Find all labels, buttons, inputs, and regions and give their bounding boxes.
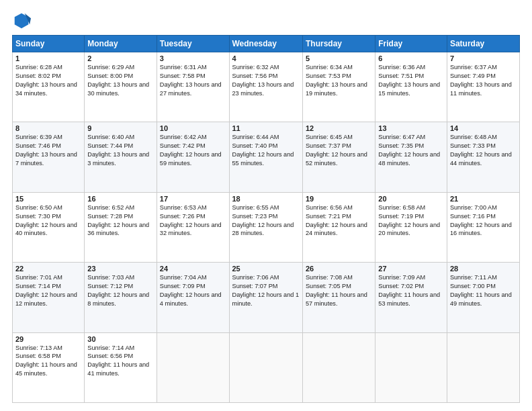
day-number: 18 [232, 195, 300, 203]
day-cell: 14Sunrise: 6:48 AMSunset: 7:33 PMDayligh… [447, 122, 519, 192]
day-cell: 5Sunrise: 6:34 AMSunset: 7:53 PMDaylight… [302, 52, 375, 122]
day-cell: 27Sunrise: 7:09 AMSunset: 7:02 PMDayligh… [375, 263, 447, 332]
day-number: 28 [450, 265, 517, 273]
day-info: Sunrise: 6:42 AMSunset: 7:42 PMDaylight:… [160, 133, 226, 168]
day-cell: 1Sunrise: 6:28 AMSunset: 8:02 PMDaylight… [13, 52, 85, 122]
day-cell: 23Sunrise: 7:03 AMSunset: 7:12 PMDayligh… [85, 263, 157, 332]
day-number: 5 [306, 54, 372, 62]
day-cell: 21Sunrise: 7:00 AMSunset: 7:16 PMDayligh… [447, 192, 519, 262]
day-cell: 25Sunrise: 7:06 AMSunset: 7:07 PMDayligh… [229, 263, 302, 332]
day-cell: 2Sunrise: 6:29 AMSunset: 8:00 PMDaylight… [85, 52, 157, 122]
week-row-3: 15Sunrise: 6:50 AMSunset: 7:30 PMDayligh… [13, 192, 520, 262]
day-number: 30 [87, 335, 153, 343]
day-cell: 12Sunrise: 6:45 AMSunset: 7:37 PMDayligh… [302, 122, 375, 192]
logo [12, 11, 34, 30]
day-cell: 7Sunrise: 6:37 AMSunset: 7:49 PMDaylight… [447, 52, 519, 122]
day-cell: 20Sunrise: 6:58 AMSunset: 7:19 PMDayligh… [375, 192, 447, 262]
day-number: 13 [378, 124, 444, 132]
day-cell: 24Sunrise: 7:04 AMSunset: 7:09 PMDayligh… [157, 263, 229, 332]
day-cell: 11Sunrise: 6:44 AMSunset: 7:40 PMDayligh… [229, 122, 302, 192]
day-number: 19 [306, 195, 372, 203]
logo-icon [12, 11, 31, 30]
day-info: Sunrise: 7:06 AMSunset: 7:07 PMDaylight:… [232, 273, 300, 308]
week-row-4: 22Sunrise: 7:01 AMSunset: 7:14 PMDayligh… [13, 263, 520, 332]
day-cell: 4Sunrise: 6:32 AMSunset: 7:56 PMDaylight… [229, 52, 302, 122]
day-number: 16 [87, 195, 153, 203]
day-number: 21 [450, 195, 517, 203]
day-number: 20 [378, 195, 444, 203]
day-info: Sunrise: 7:04 AMSunset: 7:09 PMDaylight:… [160, 273, 226, 308]
header-area [12, 11, 520, 30]
day-cell: 9Sunrise: 6:40 AMSunset: 7:44 PMDaylight… [85, 122, 157, 192]
day-cell: 30Sunrise: 7:14 AMSunset: 6:56 PMDayligh… [85, 332, 157, 402]
day-number: 17 [160, 195, 226, 203]
day-number: 4 [232, 54, 300, 62]
day-number: 26 [306, 265, 372, 273]
day-cell [375, 332, 447, 402]
day-cell: 15Sunrise: 6:50 AMSunset: 7:30 PMDayligh… [13, 192, 85, 262]
day-number: 7 [450, 54, 517, 62]
day-cell: 19Sunrise: 6:56 AMSunset: 7:21 PMDayligh… [302, 192, 375, 262]
weekday-header-sunday: Sunday [13, 36, 85, 52]
day-number: 2 [87, 54, 153, 62]
day-number: 14 [450, 124, 517, 132]
day-cell: 18Sunrise: 6:55 AMSunset: 7:23 PMDayligh… [229, 192, 302, 262]
weekday-header-monday: Monday [85, 36, 157, 52]
day-number: 29 [15, 335, 81, 343]
day-number: 6 [378, 54, 444, 62]
day-info: Sunrise: 6:40 AMSunset: 7:44 PMDaylight:… [87, 133, 153, 168]
day-info: Sunrise: 7:09 AMSunset: 7:02 PMDaylight:… [378, 273, 444, 308]
weekday-header-friday: Friday [375, 36, 447, 52]
day-info: Sunrise: 6:37 AMSunset: 7:49 PMDaylight:… [450, 63, 517, 98]
calendar-table: SundayMondayTuesdayWednesdayThursdayFrid… [12, 35, 520, 403]
day-info: Sunrise: 6:39 AMSunset: 7:46 PMDaylight:… [15, 133, 81, 168]
weekday-header-wednesday: Wednesday [229, 36, 302, 52]
day-cell: 3Sunrise: 6:31 AMSunset: 7:58 PMDaylight… [157, 52, 229, 122]
day-number: 23 [87, 265, 153, 273]
day-info: Sunrise: 7:01 AMSunset: 7:14 PMDaylight:… [15, 273, 81, 308]
day-cell: 10Sunrise: 6:42 AMSunset: 7:42 PMDayligh… [157, 122, 229, 192]
day-info: Sunrise: 6:53 AMSunset: 7:26 PMDaylight:… [160, 203, 226, 238]
day-number: 1 [15, 54, 81, 62]
day-cell: 29Sunrise: 7:13 AMSunset: 6:58 PMDayligh… [13, 332, 85, 402]
day-info: Sunrise: 7:08 AMSunset: 7:05 PMDaylight:… [306, 273, 372, 308]
day-cell: 8Sunrise: 6:39 AMSunset: 7:46 PMDaylight… [13, 122, 85, 192]
day-cell: 16Sunrise: 6:52 AMSunset: 7:28 PMDayligh… [85, 192, 157, 262]
week-row-1: 1Sunrise: 6:28 AMSunset: 8:02 PMDaylight… [13, 52, 520, 122]
day-cell [157, 332, 229, 402]
day-info: Sunrise: 6:32 AMSunset: 7:56 PMDaylight:… [232, 63, 300, 98]
day-info: Sunrise: 7:03 AMSunset: 7:12 PMDaylight:… [87, 273, 153, 308]
day-info: Sunrise: 6:55 AMSunset: 7:23 PMDaylight:… [232, 203, 300, 238]
day-info: Sunrise: 6:45 AMSunset: 7:37 PMDaylight:… [306, 133, 372, 168]
day-number: 15 [15, 195, 81, 203]
day-cell [229, 332, 302, 402]
day-info: Sunrise: 7:11 AMSunset: 7:00 PMDaylight:… [450, 273, 517, 308]
day-info: Sunrise: 6:44 AMSunset: 7:40 PMDaylight:… [232, 133, 300, 168]
week-row-2: 8Sunrise: 6:39 AMSunset: 7:46 PMDaylight… [13, 122, 520, 192]
day-number: 9 [87, 124, 153, 132]
weekday-header-row: SundayMondayTuesdayWednesdayThursdayFrid… [13, 36, 520, 52]
day-cell: 6Sunrise: 6:36 AMSunset: 7:51 PMDaylight… [375, 52, 447, 122]
day-info: Sunrise: 6:36 AMSunset: 7:51 PMDaylight:… [378, 63, 444, 98]
day-number: 12 [306, 124, 372, 132]
day-number: 8 [15, 124, 81, 132]
day-info: Sunrise: 7:14 AMSunset: 6:56 PMDaylight:… [87, 344, 153, 379]
day-number: 3 [160, 54, 226, 62]
day-cell: 26Sunrise: 7:08 AMSunset: 7:05 PMDayligh… [302, 263, 375, 332]
day-info: Sunrise: 6:48 AMSunset: 7:33 PMDaylight:… [450, 133, 517, 168]
day-info: Sunrise: 7:13 AMSunset: 6:58 PMDaylight:… [15, 344, 81, 379]
weekday-header-saturday: Saturday [447, 36, 519, 52]
day-info: Sunrise: 6:29 AMSunset: 8:00 PMDaylight:… [87, 63, 153, 98]
day-cell [447, 332, 519, 402]
calendar-page: SundayMondayTuesdayWednesdayThursdayFrid… [0, 0, 532, 411]
weekday-header-thursday: Thursday [302, 36, 375, 52]
day-number: 22 [15, 265, 81, 273]
day-info: Sunrise: 7:00 AMSunset: 7:16 PMDaylight:… [450, 203, 517, 238]
day-cell: 13Sunrise: 6:47 AMSunset: 7:35 PMDayligh… [375, 122, 447, 192]
day-number: 27 [378, 265, 444, 273]
day-info: Sunrise: 6:56 AMSunset: 7:21 PMDaylight:… [306, 203, 372, 238]
day-cell: 22Sunrise: 7:01 AMSunset: 7:14 PMDayligh… [13, 263, 85, 332]
week-row-5: 29Sunrise: 7:13 AMSunset: 6:58 PMDayligh… [13, 332, 520, 402]
day-info: Sunrise: 6:47 AMSunset: 7:35 PMDaylight:… [378, 133, 444, 168]
day-info: Sunrise: 6:50 AMSunset: 7:30 PMDaylight:… [15, 203, 81, 238]
